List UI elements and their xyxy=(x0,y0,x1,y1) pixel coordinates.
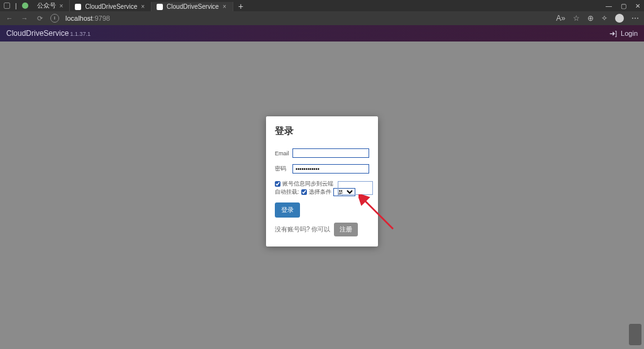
close-icon[interactable]: × xyxy=(223,3,226,10)
favorite-icon[interactable]: ☆ xyxy=(573,14,580,23)
password-input[interactable] xyxy=(292,164,369,174)
read-aloud-icon[interactable]: A» xyxy=(556,14,565,23)
url-port: :9798 xyxy=(92,14,110,22)
login-icon: ➜] xyxy=(609,30,617,38)
window-minimize-icon[interactable]: — xyxy=(606,3,612,9)
app-version: 1.1.37.1 xyxy=(70,31,91,37)
automount-prefix: 自动挂载: xyxy=(275,188,299,196)
app-login-link[interactable]: ➜] Login xyxy=(609,30,638,38)
browser-tab-1[interactable]: 公众号 × xyxy=(32,0,70,11)
close-icon[interactable]: × xyxy=(141,3,145,10)
automount-checkbox[interactable] xyxy=(301,189,307,195)
login-modal: 登录 Email 密码 账号信息同步到云端 自动挂载: 选择条件 是 xyxy=(266,116,378,247)
browser-tab-2[interactable]: CloudDriveService × xyxy=(70,2,152,11)
url-display[interactable]: localhost:9798 xyxy=(65,14,110,22)
page-body: 登录 Email 密码 账号信息同步到云端 自动挂载: 选择条件 是 xyxy=(0,42,644,349)
site-info-icon[interactable]: i xyxy=(50,14,59,23)
scroll-to-top-button[interactable] xyxy=(629,324,641,345)
no-account-text: 没有账号吗? 你可以 xyxy=(275,225,330,234)
window-close-icon[interactable]: ✕ xyxy=(635,3,640,9)
select-label: 选择条件 xyxy=(309,188,331,196)
nav-forward-icon[interactable]: → xyxy=(20,14,29,22)
app-header: CloudDriveService1.1.37.1 ➜] Login xyxy=(0,25,644,42)
extensions-icon[interactable]: ✧ xyxy=(601,14,608,23)
app-title-text: CloudDriveService xyxy=(6,29,69,38)
password-label: 密码 xyxy=(275,165,292,173)
modal-title: 登录 xyxy=(275,125,369,137)
tab-favicon-icon xyxy=(157,4,163,10)
email-input[interactable] xyxy=(292,148,369,158)
window-app-icon xyxy=(4,3,10,9)
browser-addressbar: ← → ⟳ i localhost:9798 A» ☆ ⊕ ✧ ⋯ xyxy=(0,11,644,25)
nav-refresh-icon[interactable]: ⟳ xyxy=(35,14,44,23)
login-button[interactable]: 登录 xyxy=(275,202,300,218)
profile-avatar-icon[interactable] xyxy=(615,14,624,23)
browser-tabs: 公众号 × CloudDriveService × CloudDriveServ… xyxy=(32,0,248,11)
sync-label: 账号信息同步到云端 xyxy=(282,180,333,188)
window-maximize-icon[interactable]: ▢ xyxy=(621,3,626,9)
email-label: Email xyxy=(275,150,292,157)
browser-tab-3[interactable]: CloudDriveService × xyxy=(152,2,233,11)
collections-icon[interactable]: ⊕ xyxy=(587,14,594,23)
sync-checkbox[interactable] xyxy=(275,181,280,187)
new-tab-button[interactable]: + xyxy=(233,1,248,11)
tab-title: 公众号 xyxy=(37,1,56,10)
app-title[interactable]: CloudDriveService1.1.37.1 xyxy=(6,29,91,38)
nav-back-icon[interactable]: ← xyxy=(5,14,14,22)
tab-title: CloudDriveService xyxy=(85,3,137,10)
tab-favicon-icon xyxy=(75,4,81,10)
browser-titlebar: | 公众号 × CloudDriveService × CloudDriveSe… xyxy=(0,0,644,11)
titlebar-divider: | xyxy=(15,3,17,9)
browser-menu-icon[interactable]: ⋯ xyxy=(631,14,639,23)
login-label: Login xyxy=(621,30,638,37)
tab-favicon-wechat xyxy=(22,3,28,9)
automount-select[interactable]: 是 xyxy=(333,188,355,196)
login-options: 账号信息同步到云端 自动挂载: 选择条件 是 xyxy=(275,180,369,196)
close-icon[interactable]: × xyxy=(60,3,64,9)
tab-title: CloudDriveService xyxy=(167,3,219,10)
url-host: localhost xyxy=(65,14,92,22)
register-button[interactable]: 注册 xyxy=(334,223,358,236)
